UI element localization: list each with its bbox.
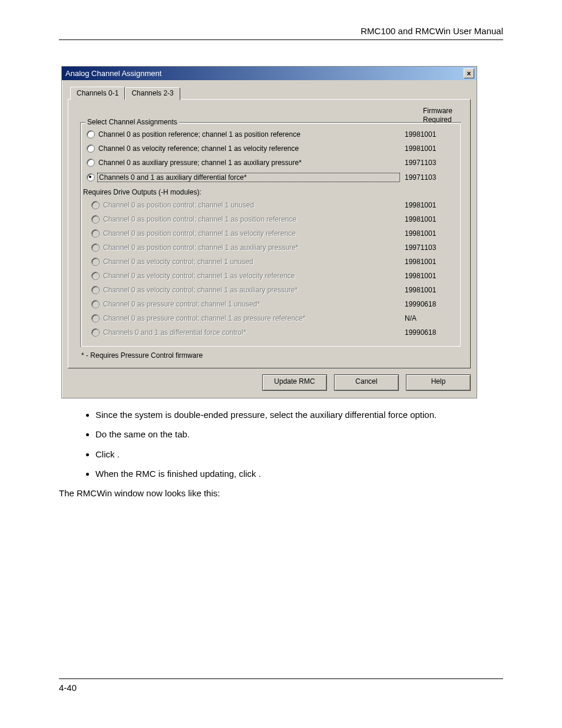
tabs: Channels 0-1 Channels 2-3 <box>70 86 471 99</box>
doc-bullet: Do the same on the tab. <box>95 429 503 440</box>
group-select-channel-assignments: Select Channel Assignments Channel 0 as … <box>80 122 461 347</box>
radio-icon <box>91 286 100 294</box>
tab-channels-0-1[interactable]: Channels 0-1 <box>70 87 125 100</box>
radio-option[interactable]: Channel 0 as velocity reference; channel… <box>87 144 458 153</box>
radio-icon <box>91 229 100 238</box>
dialog-title: Analog Channel Assignment <box>65 69 161 78</box>
doc-bullet: When the RMC is finished updating, click… <box>95 468 503 480</box>
radio-option-disabled: Channel 0 as pressure control; channel 1… <box>91 314 458 322</box>
radio-icon <box>91 314 100 322</box>
radio-icon <box>87 144 95 153</box>
doc-bullet: Since the system is double-ended pressur… <box>95 409 503 421</box>
dialog-titlebar: Analog Channel Assignment × <box>62 67 477 80</box>
radio-option-disabled: Channel 0 as velocity control; channel 1… <box>91 258 458 266</box>
radio-option-disabled: Channel 0 as position control; channel 1… <box>91 201 458 209</box>
footnote: * - Requires Pressure Control firmware <box>81 351 461 360</box>
radio-icon <box>87 159 95 167</box>
tab-panel: Firmware Required Select Channel Assignm… <box>68 99 471 368</box>
radio-icon <box>91 215 100 223</box>
radio-option-disabled: Channel 0 as velocity control; channel 1… <box>91 272 458 280</box>
dialog-analog-channel-assignment: Analog Channel Assignment × Channels 0-1… <box>61 66 477 398</box>
radio-option[interactable]: Channel 0 as auxiliary pressure; channel… <box>87 159 458 167</box>
radio-icon <box>87 173 95 182</box>
button-row: Update RMC Cancel Help <box>68 374 471 391</box>
doc-body-text: Since the system is double-ended pressur… <box>59 409 503 499</box>
radio-icon <box>87 130 95 139</box>
radio-option-disabled: Channel 0 as position control; channel 1… <box>91 243 458 252</box>
update-rmc-button[interactable]: Update RMC <box>262 374 327 391</box>
groupbox-title: Select Channel Assignments <box>85 118 179 126</box>
radio-icon <box>91 258 100 266</box>
subgroup-header: Requires Drive Outputs (-H modules): <box>83 188 458 196</box>
radio-option[interactable]: Channel 0 as position reference; channel… <box>87 130 458 139</box>
radio-icon <box>91 328 100 337</box>
radio-option-disabled: Channel 0 as pressure control; channel 1… <box>91 300 458 308</box>
radio-icon <box>91 300 100 308</box>
page-footer: 4-40 <box>59 678 503 693</box>
tab-channels-2-3[interactable]: Channels 2-3 <box>125 87 180 100</box>
close-icon: × <box>467 70 471 77</box>
cancel-button[interactable]: Cancel <box>334 374 399 391</box>
doc-paragraph: The RMCWin window now looks like this: <box>59 487 503 499</box>
doc-header: RMC100 and RMCWin User Manual <box>59 26 503 40</box>
radio-icon <box>91 272 100 280</box>
help-button[interactable]: Help <box>406 374 471 391</box>
radio-option-disabled: Channel 0 as velocity control; channel 1… <box>91 286 458 294</box>
radio-option-disabled: Channel 0 as position control; channel 1… <box>91 215 458 223</box>
page-number: 4-40 <box>59 683 77 693</box>
radio-icon <box>91 201 100 209</box>
doc-bullet: Click . <box>95 449 503 460</box>
close-button[interactable]: × <box>464 68 474 78</box>
radio-option-disabled: Channels 0 and 1 as differential force c… <box>91 328 458 337</box>
radio-option-selected[interactable]: Channels 0 and 1 as auxiliary differenti… <box>87 173 458 182</box>
radio-option-disabled: Channel 0 as position control; channel 1… <box>91 229 458 238</box>
radio-icon <box>91 243 100 252</box>
